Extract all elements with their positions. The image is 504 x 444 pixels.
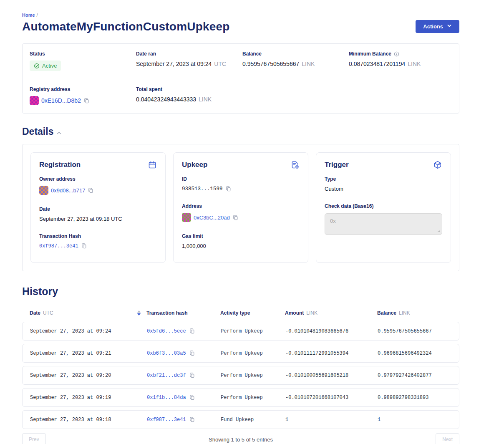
trigger-type-value: Custom <box>325 186 442 192</box>
registry-address-label: Registry address <box>30 86 136 92</box>
prev-button[interactable]: Prev <box>22 433 46 444</box>
balance-column-unit: LINK <box>399 310 410 316</box>
sort-toggle-icon[interactable] <box>137 310 141 315</box>
row-activity: Perform Upkeep <box>221 328 285 334</box>
row-date: September 27, 2023 at 09:19 <box>30 395 147 401</box>
column-header-activity-type: Activity type <box>220 310 285 316</box>
date-ran-label: Date ran <box>136 51 242 57</box>
row-activity: Fund Upkeep <box>221 417 285 423</box>
copy-icon[interactable] <box>83 98 90 104</box>
tx-hash-link[interactable]: 0xb6f3...03a5 <box>147 351 186 356</box>
gas-limit-field: Gas limit 1,000,000 <box>182 228 300 255</box>
total-spent-unit: LINK <box>199 96 212 103</box>
row-balance: 0.989892798331893 <box>378 395 451 401</box>
trigger-type-field: Type Custom <box>325 171 442 198</box>
registry-identicon <box>30 96 39 105</box>
upkeep-address-link[interactable]: 0xC3bC...20ad <box>194 214 230 221</box>
registry-address-link[interactable]: 0xE16D...D8b2 <box>41 97 81 104</box>
balance-field: Balance 0.9595767505655667 LINK <box>242 51 349 71</box>
trigger-card: Trigger Type Custom Check data (Base16) <box>316 152 451 263</box>
copy-icon[interactable] <box>232 214 239 221</box>
row-date: September 27, 2023 at 09:18 <box>30 417 147 423</box>
date-ran-unit: UTC <box>214 61 226 67</box>
copy-icon[interactable] <box>88 187 94 194</box>
title-row: AutomateMyFunctionCustomUpkeep Actions <box>22 20 459 33</box>
row-amount: -0.010107201668107043 <box>285 395 378 401</box>
chevron-down-icon <box>447 23 452 30</box>
copy-icon[interactable] <box>81 243 87 249</box>
check-data-label: Check data (Base16) <box>325 203 442 209</box>
upkeep-id-label: ID <box>182 176 300 182</box>
owner-address-link[interactable]: 0x9d08...b717 <box>51 187 85 194</box>
tx-hash-link[interactable]: 0xbf21...dc3f <box>147 373 186 378</box>
table-row: September 27, 2023 at 09:24 0x5fd6...5ec… <box>22 322 459 341</box>
row-amount: -0.010104819083665676 <box>285 328 378 334</box>
row-balance: 0.9595767505655667 <box>378 328 451 334</box>
copy-icon[interactable] <box>225 186 232 192</box>
details-collapse-caret-icon[interactable] <box>57 131 61 135</box>
upkeep-card: Upkeep ID 938513...1599 Address <box>173 152 308 263</box>
breadcrumb-separator: / <box>37 13 38 18</box>
balance-unit: LINK <box>302 61 315 67</box>
registration-date-field: Date September 27, 2023 at 09:18 UTC <box>39 201 157 228</box>
upkeep-id-field: ID 938513...1599 <box>182 171 300 198</box>
tx-hash-link[interactable]: 0x5fd6...5ece <box>147 328 186 334</box>
check-circle-icon <box>34 63 40 69</box>
row-balance: 0.9797927426402877 <box>378 373 451 378</box>
gas-limit-label: Gas limit <box>182 233 300 239</box>
copy-icon[interactable] <box>189 372 195 378</box>
row-tx: 0xbf21...dc3f <box>147 372 221 378</box>
column-header-transaction-hash: Transaction hash <box>146 310 220 316</box>
status-badge-label: Active <box>42 63 57 69</box>
tx-hash-link[interactable]: 0x1f1b...84da <box>147 395 186 401</box>
column-header-amount: Amount LINK <box>285 310 377 316</box>
page: Home/ AutomateMyFunctionCustomUpkeep Act… <box>22 0 459 444</box>
row-amount: -0.010111172991055394 <box>285 351 378 356</box>
tx-hash-link[interactable]: 0xf987...3e41 <box>147 417 186 423</box>
registration-date-value: September 27, 2023 at 09:18 UTC <box>39 216 157 222</box>
check-data-input[interactable] <box>325 213 442 235</box>
tx-column-label: Transaction hash <box>146 310 188 316</box>
row-activity: Perform Upkeep <box>221 373 285 378</box>
trigger-type-label: Type <box>325 176 442 182</box>
check-data-field: Check data (Base16) <box>325 198 442 242</box>
row-balance: 1 <box>378 417 451 423</box>
copy-icon[interactable] <box>189 350 195 356</box>
date-ran-field: Date ran September 27, 2023 at 09:24 UTC <box>136 51 242 71</box>
table-row: September 27, 2023 at 09:19 0x1f1b...84d… <box>22 388 459 407</box>
trigger-card-title: Trigger <box>325 161 349 169</box>
total-spent-field: Total spent 0.04042324943443333 LINK <box>136 86 242 105</box>
row-activity: Perform Upkeep <box>221 395 285 401</box>
owner-address-label: Owner address <box>39 176 157 182</box>
copy-icon[interactable] <box>189 416 195 423</box>
history-table-header: Date UTC Transaction hash Activity type … <box>22 310 459 316</box>
amount-column-unit: LINK <box>306 310 318 316</box>
copy-icon[interactable] <box>189 328 195 334</box>
registry-address-field: Registry address 0xE16D...D8b2 <box>30 86 136 105</box>
table-row: September 27, 2023 at 09:20 0xbf21...dc3… <box>22 366 459 385</box>
row-date: September 27, 2023 at 09:20 <box>30 373 147 378</box>
owner-identicon <box>39 186 48 195</box>
page-title: AutomateMyFunctionCustomUpkeep <box>22 20 230 33</box>
copy-icon[interactable] <box>189 394 195 401</box>
row-tx: 0xf987...3e41 <box>147 416 221 423</box>
registration-date-label: Date <box>39 206 157 212</box>
status-field: Status Active <box>30 51 136 71</box>
transaction-hash-field: Transaction Hash 0xf987...3e41 <box>39 228 157 255</box>
details-panel: Registration Owner address 0x9d08...b717 <box>22 144 459 271</box>
row-activity: Perform Upkeep <box>221 351 285 356</box>
actions-button[interactable]: Actions <box>416 20 459 33</box>
registration-tx-link[interactable]: 0xf987...3e41 <box>39 243 78 249</box>
row-date: September 27, 2023 at 09:21 <box>30 351 147 356</box>
next-button[interactable]: Next <box>436 433 459 444</box>
summary-card: Status Active Date ran September 27, 202… <box>22 43 459 114</box>
info-icon[interactable] <box>394 51 399 57</box>
row-amount: 1 <box>285 417 378 423</box>
total-spent-value: 0.04042324943443333 <box>136 96 196 103</box>
column-header-balance: Balance LINK <box>377 310 452 316</box>
breadcrumb-home-link[interactable]: Home <box>22 13 35 18</box>
balance-label: Balance <box>242 51 349 57</box>
min-balance-value: 0.0870234817201194 <box>349 61 405 67</box>
amount-column-label: Amount <box>285 310 304 316</box>
pagination-summary: Showing 1 to 5 of 5 entries <box>209 436 273 443</box>
